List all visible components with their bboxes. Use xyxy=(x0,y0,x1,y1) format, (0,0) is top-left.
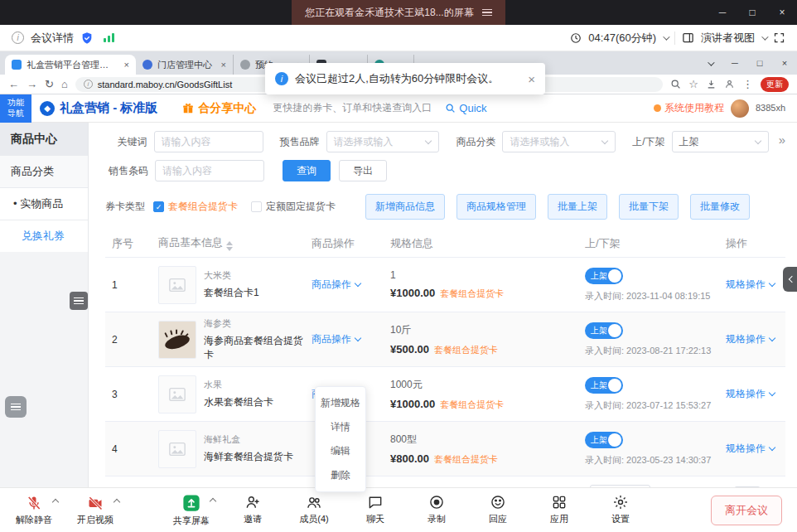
menu-item-detail[interactable]: 详情 xyxy=(316,415,365,439)
browser-tab[interactable]: 门店管理中心 × xyxy=(136,55,234,75)
collapsed-panel-tab[interactable] xyxy=(783,267,797,292)
window-close-button[interactable]: × xyxy=(767,0,797,25)
header-product-info[interactable]: 商品基本信息 xyxy=(158,235,312,251)
view-dropdown-caret-icon[interactable] xyxy=(761,33,768,40)
timer-dropdown-caret-icon[interactable] xyxy=(663,33,669,40)
share-screen-button[interactable]: 共享屏幕 xyxy=(172,494,210,527)
apps-grid-icon xyxy=(551,494,568,510)
record-button[interactable]: 录制 xyxy=(418,494,456,527)
mic-options-caret-icon[interactable] xyxy=(52,498,59,505)
sort-icon[interactable] xyxy=(226,241,233,251)
checkbox-package-combo-card[interactable] xyxy=(153,201,164,212)
menu-item-edit[interactable]: 编辑 xyxy=(316,439,365,463)
shelf-toggle[interactable]: 上架 xyxy=(585,268,623,284)
user-avatar[interactable] xyxy=(731,99,749,118)
window-minimize-button[interactable]: ─ xyxy=(708,0,737,25)
leave-meeting-button[interactable]: 离开会议 xyxy=(711,496,782,525)
download-icon[interactable] xyxy=(706,79,717,89)
muted-mic-icon xyxy=(26,495,42,511)
members-button[interactable]: 成员(4) xyxy=(295,494,333,527)
unmute-button[interactable]: 解除静音 xyxy=(15,495,53,526)
checkbox-fixed-amount-card[interactable] xyxy=(251,201,262,212)
app-title: 礼盒营销 - 标准版 xyxy=(60,100,157,116)
batch-edit-button[interactable]: 批量修改 xyxy=(690,194,750,220)
quick-search-link[interactable]: Quick xyxy=(445,102,486,114)
toast-close-icon[interactable]: × xyxy=(528,72,535,86)
shelf-toggle[interactable]: 上架 xyxy=(585,377,623,394)
invite-button[interactable]: 邀请 xyxy=(234,494,272,527)
browser-menu-icon[interactable]: ⋮ xyxy=(742,79,753,89)
promo-text: 更快捷的券卡、订单和快递查询入口 xyxy=(273,101,432,115)
browser-maximize-button[interactable]: □ xyxy=(747,58,772,68)
reload-icon[interactable]: ↻ xyxy=(45,79,54,89)
add-product-button[interactable]: 新增商品信息 xyxy=(365,194,445,220)
keyword-input[interactable] xyxy=(154,131,263,152)
share-center-link[interactable]: 合分享中心 xyxy=(182,101,256,116)
fullscreen-icon[interactable] xyxy=(773,31,785,44)
row-index: 1 xyxy=(105,279,158,291)
header-product-actions: 商品操作 xyxy=(312,236,390,251)
product-actions-dropdown[interactable]: 商品操作 xyxy=(312,278,360,290)
tab-search-caret-icon[interactable] xyxy=(698,58,722,68)
camera-options-caret-icon[interactable] xyxy=(114,498,120,505)
search-icon[interactable] xyxy=(670,79,681,89)
browser-close-button[interactable]: × xyxy=(772,58,797,68)
tutorial-link[interactable]: 系统使用教程 xyxy=(654,101,724,115)
chat-icon xyxy=(367,494,384,510)
profile-icon[interactable] xyxy=(724,79,735,89)
price: ¥800.00 xyxy=(390,452,429,465)
shelf-toggle[interactable]: 上架 xyxy=(585,432,623,448)
shelf-select[interactable]: 上架 xyxy=(672,131,769,152)
batch-off-shelf-button[interactable]: 批量下架 xyxy=(619,194,679,220)
forward-icon[interactable]: → xyxy=(27,79,37,89)
quick-search-icon xyxy=(445,103,456,114)
product-actions-dropdown[interactable]: 商品操作 xyxy=(312,333,360,345)
floating-menu-handle[interactable] xyxy=(70,292,88,310)
home-icon[interactable]: ⌂ xyxy=(61,79,68,89)
banner-menu-icon[interactable] xyxy=(482,9,492,17)
reaction-button[interactable]: 回应 xyxy=(479,494,517,527)
spec-actions-dropdown[interactable]: 规格操作 xyxy=(726,333,775,345)
settings-button[interactable]: 设置 xyxy=(601,494,640,527)
menu-item-add-spec[interactable]: 新增规格 xyxy=(316,391,365,415)
function-nav-button[interactable]: 功能 导航 xyxy=(0,94,31,123)
export-button[interactable]: 导出 xyxy=(339,160,387,181)
start-video-button[interactable]: 开启视频 xyxy=(76,495,114,526)
product-image-placeholder xyxy=(158,430,196,468)
chat-button[interactable]: 聊天 xyxy=(356,494,394,527)
browser-minimize-button[interactable]: ─ xyxy=(722,58,747,68)
batch-on-shelf-button[interactable]: 批量上架 xyxy=(548,194,607,220)
meeting-panel-button[interactable] xyxy=(5,396,27,418)
barcode-input[interactable] xyxy=(155,160,264,181)
spec-actions-dropdown[interactable]: 规格操作 xyxy=(726,278,775,290)
spec-actions-dropdown[interactable]: 规格操作 xyxy=(726,388,775,399)
spec-manage-button[interactable]: 商品规格管理 xyxy=(456,194,536,220)
window-maximize-button[interactable]: □ xyxy=(737,0,767,25)
back-icon[interactable]: ← xyxy=(8,79,19,89)
entry-time: 录入时间: 2023-07-12 15:53:27 xyxy=(585,399,726,412)
view-mode-selector[interactable]: 演讲者视图 xyxy=(701,31,755,46)
apps-button[interactable]: 应用 xyxy=(540,494,578,527)
tab-close-icon[interactable]: × xyxy=(221,60,226,70)
sidebar-item-gift-coupon[interactable]: 兑换礼券 xyxy=(0,220,88,252)
site-info-icon[interactable] xyxy=(84,80,93,89)
menu-item-delete[interactable]: 删除 xyxy=(316,463,365,487)
share-options-caret-icon[interactable] xyxy=(210,497,216,504)
meeting-timer: 04:47(60分钟) xyxy=(588,31,656,46)
table-row: 4 海鲜礼盒 海鲜套餐组合提货卡 商品操作 800型 ¥800.00套餐组合提货… xyxy=(105,422,785,476)
entry-time: 录入时间: 2023-11-04 08:19:15 xyxy=(585,290,726,302)
tab-close-icon[interactable]: × xyxy=(124,60,129,70)
browser-update-badge[interactable]: 更新 xyxy=(761,77,789,92)
meeting-details-link[interactable]: 会议详情 xyxy=(31,31,74,46)
bookmark-star-icon[interactable]: ☆ xyxy=(688,79,698,89)
shelf-toggle[interactable]: 上架 xyxy=(585,322,623,339)
brand-select[interactable]: 请选择或输入 xyxy=(326,131,440,152)
browser-tab-active[interactable]: 礼盒营销平台管理中心 × xyxy=(5,55,136,75)
spec-actions-dropdown[interactable]: 规格操作 xyxy=(726,443,775,454)
sidebar-item-physical-goods[interactable]: 实物商品 xyxy=(0,188,88,220)
search-button[interactable]: 查询 xyxy=(283,160,331,181)
sidebar-section-product-center[interactable]: 商品中心 xyxy=(0,123,88,156)
filter-collapse-button[interactable]: » xyxy=(779,133,785,147)
sidebar-item-product-category[interactable]: 商品分类 xyxy=(0,156,88,188)
category-select[interactable]: 请选择或输入 xyxy=(502,131,616,152)
